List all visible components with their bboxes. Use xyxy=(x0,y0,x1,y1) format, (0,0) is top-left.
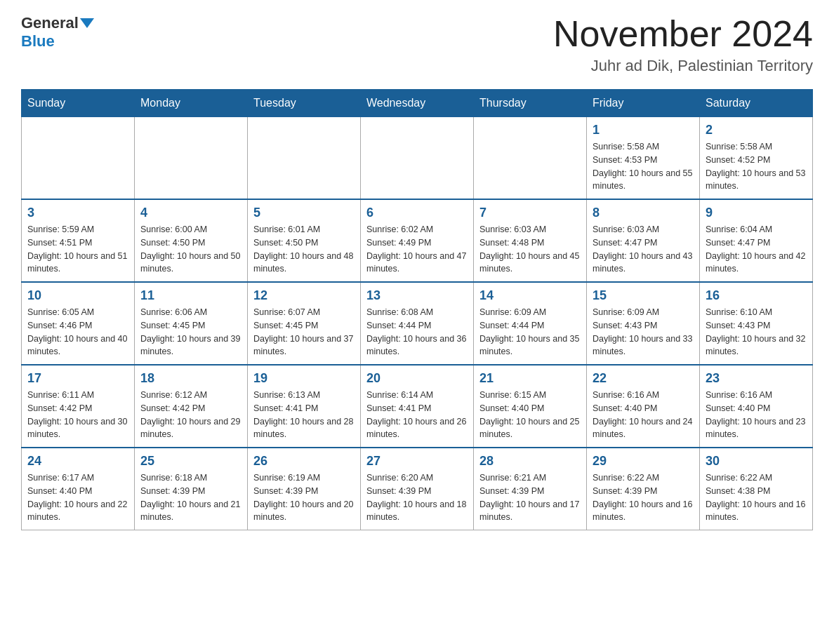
day-number: 6 xyxy=(366,206,468,220)
day-info: Sunrise: 6:10 AMSunset: 4:43 PMDaylight:… xyxy=(706,306,807,358)
calendar-cell: 28Sunrise: 6:21 AMSunset: 4:39 PMDayligh… xyxy=(474,448,587,530)
day-number: 5 xyxy=(253,206,355,220)
calendar-cell: 18Sunrise: 6:12 AMSunset: 4:42 PMDayligh… xyxy=(135,365,248,448)
calendar-cell: 25Sunrise: 6:18 AMSunset: 4:39 PMDayligh… xyxy=(135,448,248,530)
day-number: 20 xyxy=(366,371,468,386)
calendar-cell: 26Sunrise: 6:19 AMSunset: 4:39 PMDayligh… xyxy=(248,448,361,530)
day-number: 16 xyxy=(706,288,807,303)
day-number: 4 xyxy=(140,206,241,220)
day-number: 21 xyxy=(479,371,581,386)
calendar-cell: 4Sunrise: 6:00 AMSunset: 4:50 PMDaylight… xyxy=(135,199,248,282)
day-info: Sunrise: 6:03 AMSunset: 4:47 PMDaylight:… xyxy=(593,223,694,276)
day-number: 3 xyxy=(27,206,128,220)
day-info: Sunrise: 6:00 AMSunset: 4:50 PMDaylight:… xyxy=(140,223,241,276)
day-number: 7 xyxy=(479,206,581,220)
day-info: Sunrise: 6:04 AMSunset: 4:47 PMDaylight:… xyxy=(706,223,807,276)
day-info: Sunrise: 6:22 AMSunset: 4:39 PMDaylight:… xyxy=(593,471,694,524)
calendar-cell: 19Sunrise: 6:13 AMSunset: 4:41 PMDayligh… xyxy=(248,365,361,448)
week-row-3: 10Sunrise: 6:05 AMSunset: 4:46 PMDayligh… xyxy=(22,282,813,365)
day-info: Sunrise: 6:14 AMSunset: 4:41 PMDaylight:… xyxy=(366,389,468,441)
header-wednesday: Wednesday xyxy=(361,90,474,117)
week-row-4: 17Sunrise: 6:11 AMSunset: 4:42 PMDayligh… xyxy=(22,365,813,448)
calendar-header-row: Sunday Monday Tuesday Wednesday Thursday… xyxy=(22,90,813,117)
calendar-cell: 8Sunrise: 6:03 AMSunset: 4:47 PMDaylight… xyxy=(587,199,700,282)
calendar-table: Sunday Monday Tuesday Wednesday Thursday… xyxy=(21,89,813,530)
calendar-cell: 15Sunrise: 6:09 AMSunset: 4:43 PMDayligh… xyxy=(587,282,700,365)
calendar-cell: 5Sunrise: 6:01 AMSunset: 4:50 PMDaylight… xyxy=(248,199,361,282)
day-number: 13 xyxy=(366,288,468,303)
calendar-cell: 11Sunrise: 6:06 AMSunset: 4:45 PMDayligh… xyxy=(135,282,248,365)
day-info: Sunrise: 6:18 AMSunset: 4:39 PMDaylight:… xyxy=(140,471,241,524)
day-number: 11 xyxy=(140,288,241,303)
day-number: 28 xyxy=(479,454,581,469)
day-info: Sunrise: 6:15 AMSunset: 4:40 PMDaylight:… xyxy=(479,389,581,441)
day-number: 9 xyxy=(706,206,807,220)
calendar-cell xyxy=(248,117,361,200)
calendar-cell xyxy=(135,117,248,200)
calendar-cell: 20Sunrise: 6:14 AMSunset: 4:41 PMDayligh… xyxy=(361,365,474,448)
day-info: Sunrise: 5:59 AMSunset: 4:51 PMDaylight:… xyxy=(27,223,128,276)
calendar-cell: 17Sunrise: 6:11 AMSunset: 4:42 PMDayligh… xyxy=(22,365,135,448)
calendar-cell: 22Sunrise: 6:16 AMSunset: 4:40 PMDayligh… xyxy=(587,365,700,448)
day-info: Sunrise: 5:58 AMSunset: 4:52 PMDaylight:… xyxy=(706,140,807,193)
day-number: 24 xyxy=(27,454,128,469)
day-number: 19 xyxy=(253,371,355,386)
day-number: 12 xyxy=(253,288,355,303)
logo-general-text: General xyxy=(21,14,79,32)
calendar-cell xyxy=(474,117,587,200)
day-info: Sunrise: 6:01 AMSunset: 4:50 PMDaylight:… xyxy=(253,223,355,276)
day-info: Sunrise: 6:17 AMSunset: 4:40 PMDaylight:… xyxy=(27,471,128,524)
calendar-cell: 30Sunrise: 6:22 AMSunset: 4:38 PMDayligh… xyxy=(700,448,813,530)
page-header: General Blue November 2024 Juhr ad Dik, … xyxy=(21,14,813,75)
header-thursday: Thursday xyxy=(474,90,587,117)
calendar-cell: 7Sunrise: 6:03 AMSunset: 4:48 PMDaylight… xyxy=(474,199,587,282)
day-number: 1 xyxy=(593,123,694,137)
day-number: 27 xyxy=(366,454,468,469)
location-subtitle: Juhr ad Dik, Palestinian Territory xyxy=(553,57,813,75)
day-info: Sunrise: 6:16 AMSunset: 4:40 PMDaylight:… xyxy=(706,389,807,441)
calendar-cell: 24Sunrise: 6:17 AMSunset: 4:40 PMDayligh… xyxy=(22,448,135,530)
calendar-cell: 10Sunrise: 6:05 AMSunset: 4:46 PMDayligh… xyxy=(22,282,135,365)
day-number: 23 xyxy=(706,371,807,386)
day-info: Sunrise: 6:16 AMSunset: 4:40 PMDaylight:… xyxy=(593,389,694,441)
header-saturday: Saturday xyxy=(700,90,813,117)
header-friday: Friday xyxy=(587,90,700,117)
calendar-cell: 23Sunrise: 6:16 AMSunset: 4:40 PMDayligh… xyxy=(700,365,813,448)
calendar-cell xyxy=(361,117,474,200)
day-info: Sunrise: 6:09 AMSunset: 4:44 PMDaylight:… xyxy=(479,306,581,358)
week-row-5: 24Sunrise: 6:17 AMSunset: 4:40 PMDayligh… xyxy=(22,448,813,530)
day-info: Sunrise: 6:11 AMSunset: 4:42 PMDaylight:… xyxy=(27,389,128,441)
day-number: 14 xyxy=(479,288,581,303)
day-number: 18 xyxy=(140,371,241,386)
calendar-cell: 16Sunrise: 6:10 AMSunset: 4:43 PMDayligh… xyxy=(700,282,813,365)
day-info: Sunrise: 6:12 AMSunset: 4:42 PMDaylight:… xyxy=(140,389,241,441)
calendar-cell: 27Sunrise: 6:20 AMSunset: 4:39 PMDayligh… xyxy=(361,448,474,530)
calendar-cell: 13Sunrise: 6:08 AMSunset: 4:44 PMDayligh… xyxy=(361,282,474,365)
calendar-cell: 1Sunrise: 5:58 AMSunset: 4:53 PMDaylight… xyxy=(587,117,700,200)
calendar-cell xyxy=(22,117,135,200)
day-number: 22 xyxy=(593,371,694,386)
calendar-cell: 12Sunrise: 6:07 AMSunset: 4:45 PMDayligh… xyxy=(248,282,361,365)
month-title: November 2024 xyxy=(553,14,813,54)
day-number: 30 xyxy=(706,454,807,469)
header-monday: Monday xyxy=(135,90,248,117)
calendar-cell: 2Sunrise: 5:58 AMSunset: 4:52 PMDaylight… xyxy=(700,117,813,200)
day-info: Sunrise: 6:08 AMSunset: 4:44 PMDaylight:… xyxy=(366,306,468,358)
title-area: November 2024 Juhr ad Dik, Palestinian T… xyxy=(553,14,813,75)
day-number: 8 xyxy=(593,206,694,220)
day-info: Sunrise: 6:22 AMSunset: 4:38 PMDaylight:… xyxy=(706,471,807,524)
day-info: Sunrise: 5:58 AMSunset: 4:53 PMDaylight:… xyxy=(593,140,694,193)
day-number: 26 xyxy=(253,454,355,469)
day-info: Sunrise: 6:13 AMSunset: 4:41 PMDaylight:… xyxy=(253,389,355,441)
day-number: 25 xyxy=(140,454,241,469)
day-info: Sunrise: 6:19 AMSunset: 4:39 PMDaylight:… xyxy=(253,471,355,524)
day-info: Sunrise: 6:20 AMSunset: 4:39 PMDaylight:… xyxy=(366,471,468,524)
week-row-2: 3Sunrise: 5:59 AMSunset: 4:51 PMDaylight… xyxy=(22,199,813,282)
day-info: Sunrise: 6:09 AMSunset: 4:43 PMDaylight:… xyxy=(593,306,694,358)
logo-blue-text: Blue xyxy=(21,32,55,50)
calendar-cell: 3Sunrise: 5:59 AMSunset: 4:51 PMDaylight… xyxy=(22,199,135,282)
calendar-cell: 29Sunrise: 6:22 AMSunset: 4:39 PMDayligh… xyxy=(587,448,700,530)
day-info: Sunrise: 6:07 AMSunset: 4:45 PMDaylight:… xyxy=(253,306,355,358)
logo: General Blue xyxy=(21,14,95,51)
day-info: Sunrise: 6:21 AMSunset: 4:39 PMDaylight:… xyxy=(479,471,581,524)
